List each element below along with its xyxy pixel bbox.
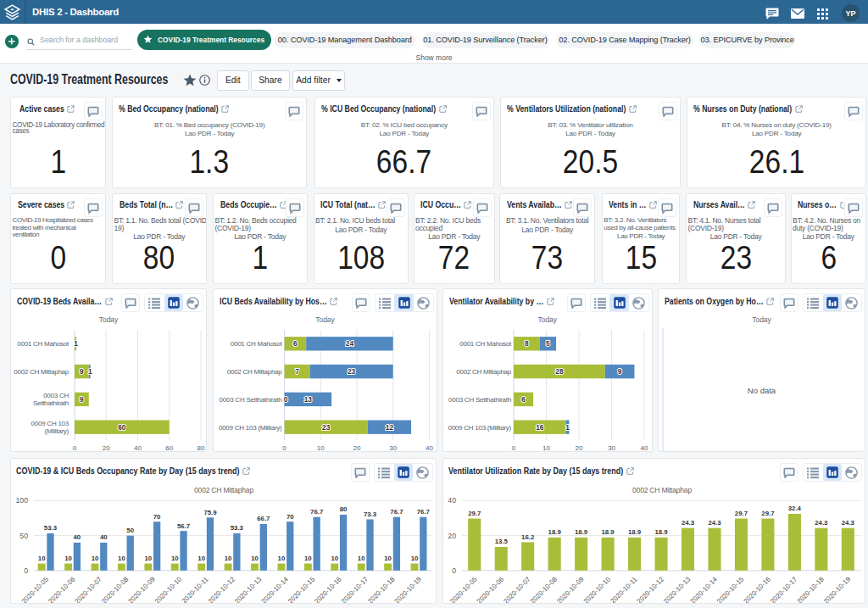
svg-text:0: 0 — [452, 566, 456, 575]
svg-text:10: 10 — [278, 555, 286, 562]
svg-text:23: 23 — [347, 367, 355, 376]
svg-text:10: 10 — [225, 555, 232, 562]
svg-text:20: 20 — [576, 444, 583, 452]
svg-text:28: 28 — [555, 367, 564, 376]
svg-text:30: 30 — [389, 444, 397, 452]
svg-text:10: 10 — [316, 444, 324, 452]
svg-text:10: 10 — [38, 555, 46, 562]
svg-text:2020-10-12: 2020-10-12 — [207, 575, 237, 604]
svg-text:18.9: 18.9 — [654, 528, 668, 536]
svg-text:10: 10 — [384, 555, 392, 562]
svg-text:16: 16 — [536, 423, 544, 432]
svg-text:2020-10-12: 2020-10-12 — [636, 575, 666, 604]
svg-text:0003 CH Setthathirath: 0003 CH Setthathirath — [219, 396, 281, 404]
svg-text:0002 CH Mittaphap: 0002 CH Mittaphap — [632, 486, 692, 494]
svg-text:0001 CH Mahosot: 0001 CH Mahosot — [230, 340, 282, 348]
svg-text:56.7: 56.7 — [177, 522, 190, 530]
svg-text:2020-10-13: 2020-10-13 — [233, 575, 264, 604]
svg-text:80: 80 — [198, 444, 205, 452]
svg-text:18.9: 18.9 — [575, 528, 588, 536]
svg-text:32.4: 32.4 — [788, 505, 802, 512]
svg-text:2020-10-19: 2020-10-19 — [393, 575, 424, 604]
svg-text:23: 23 — [322, 423, 331, 432]
svg-text:2020-10-14: 2020-10-14 — [689, 575, 720, 604]
svg-text:53.3: 53.3 — [44, 524, 58, 532]
svg-text:2020-10-14: 2020-10-14 — [260, 575, 291, 604]
svg-text:No data: No data — [748, 386, 776, 395]
svg-text:60: 60 — [118, 423, 126, 432]
svg-text:6: 6 — [293, 339, 298, 348]
svg-text:2020-10-13: 2020-10-13 — [662, 575, 693, 604]
svg-text:0: 0 — [283, 395, 287, 404]
svg-text:0: 0 — [512, 444, 516, 452]
svg-text:(Military): (Military) — [45, 427, 70, 435]
svg-text:10: 10 — [144, 555, 152, 562]
svg-text:6: 6 — [521, 395, 526, 404]
svg-text:75.9: 75.9 — [203, 509, 217, 516]
svg-text:2020-10-09: 2020-10-09 — [555, 575, 586, 604]
svg-text:12: 12 — [385, 423, 393, 432]
svg-text:40: 40 — [641, 444, 648, 452]
svg-text:9: 9 — [80, 395, 84, 404]
svg-text:2020-10-17: 2020-10-17 — [769, 575, 799, 604]
svg-text:2020-10-06: 2020-10-06 — [47, 575, 77, 604]
svg-text:24.3: 24.3 — [708, 519, 721, 527]
svg-text:2020-10-08: 2020-10-08 — [100, 575, 131, 604]
svg-text:10: 10 — [542, 444, 550, 452]
svg-text:0001 CH Mahosot: 0001 CH Mahosot — [459, 340, 512, 348]
svg-text:60: 60 — [165, 444, 173, 452]
svg-text:0003 CH Setthathirath: 0003 CH Setthathirath — [448, 396, 511, 404]
svg-text:Today: Today — [99, 315, 119, 324]
svg-text:0009 CH 103: 0009 CH 103 — [31, 420, 70, 427]
svg-text:9: 9 — [618, 367, 622, 376]
svg-text:0002 CH Mittaphap: 0002 CH Mittaphap — [14, 368, 69, 376]
svg-text:29.7: 29.7 — [761, 510, 774, 517]
svg-text:2020-10-11: 2020-10-11 — [609, 575, 639, 604]
svg-text:2020-10-16: 2020-10-16 — [743, 575, 773, 604]
svg-text:30: 30 — [608, 444, 615, 452]
svg-text:2020-10-17: 2020-10-17 — [340, 575, 370, 604]
svg-text:50: 50 — [126, 527, 134, 534]
svg-text:2020-10-07: 2020-10-07 — [74, 575, 104, 604]
svg-text:18.9: 18.9 — [602, 528, 615, 536]
svg-text:Today: Today — [315, 315, 335, 324]
svg-text:Setthathirath: Setthathirath — [33, 399, 69, 407]
svg-text:0002 CH Mittaphap: 0002 CH Mittaphap — [194, 486, 253, 494]
svg-text:29.7: 29.7 — [468, 510, 481, 517]
svg-text:20: 20 — [353, 444, 360, 452]
svg-text:2020-10-18: 2020-10-18 — [795, 575, 826, 604]
svg-text:0: 0 — [282, 444, 287, 452]
svg-text:10: 10 — [92, 555, 99, 562]
svg-text:5: 5 — [546, 339, 550, 348]
svg-text:0009 CH 103 (Military): 0009 CH 103 (Military) — [448, 424, 511, 432]
svg-text:1: 1 — [88, 367, 92, 376]
svg-text:29.7: 29.7 — [735, 510, 748, 517]
svg-text:10: 10 — [331, 555, 338, 562]
svg-text:2020-10-18: 2020-10-18 — [366, 575, 397, 604]
svg-text:2020-10-09: 2020-10-09 — [126, 575, 157, 604]
svg-text:40: 40 — [425, 444, 432, 452]
svg-text:2020-10-10: 2020-10-10 — [582, 575, 613, 604]
svg-text:16.2: 16.2 — [521, 533, 535, 541]
svg-text:24.3: 24.3 — [682, 519, 695, 527]
svg-text:40: 40 — [134, 444, 142, 452]
svg-text:10: 10 — [251, 555, 259, 562]
svg-text:2020-10-15: 2020-10-15 — [287, 575, 317, 604]
svg-text:13: 13 — [303, 395, 312, 404]
svg-text:10: 10 — [171, 555, 179, 562]
svg-text:2020-10-19: 2020-10-19 — [822, 575, 853, 604]
svg-text:2020-10-16: 2020-10-16 — [313, 575, 343, 604]
svg-text:10: 10 — [64, 555, 72, 562]
svg-text:66.7: 66.7 — [257, 515, 270, 522]
svg-text:10: 10 — [198, 555, 205, 562]
svg-text:10: 10 — [411, 555, 419, 562]
svg-text:2020-10-15: 2020-10-15 — [715, 575, 746, 604]
svg-text:76.7: 76.7 — [417, 508, 430, 516]
svg-text:40: 40 — [100, 533, 108, 541]
svg-text:76.7: 76.7 — [310, 508, 323, 516]
svg-text:0003 CH: 0003 CH — [43, 392, 69, 399]
svg-text:80: 80 — [340, 505, 348, 513]
svg-text:20: 20 — [448, 532, 456, 540]
svg-text:50: 50 — [19, 532, 28, 540]
svg-text:2020-10-11: 2020-10-11 — [181, 575, 210, 604]
